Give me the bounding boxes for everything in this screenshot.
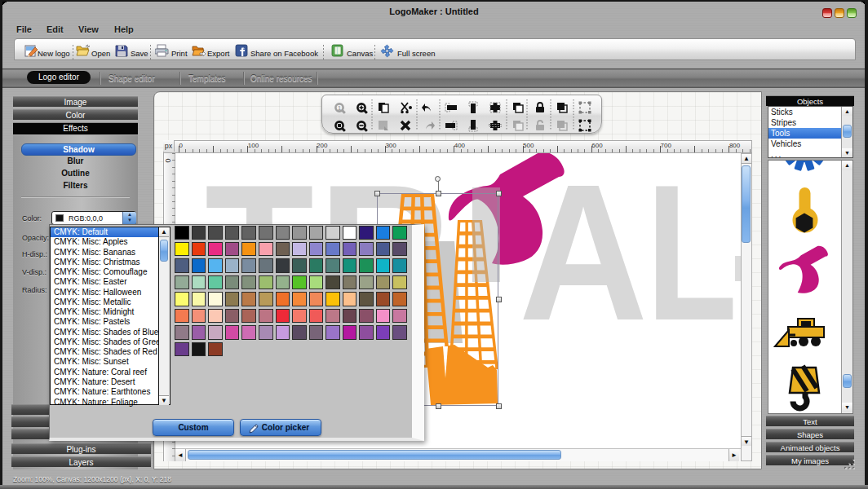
svg-text:1: 1	[338, 105, 341, 111]
